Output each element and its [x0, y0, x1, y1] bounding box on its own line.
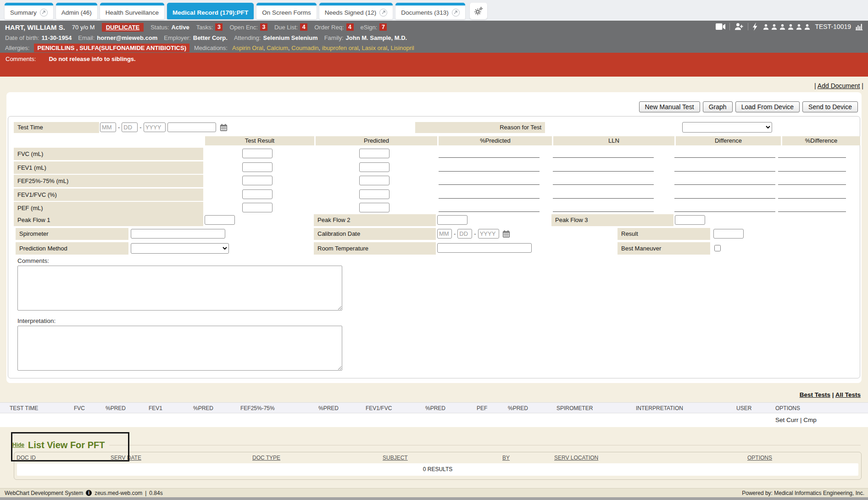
cmp-link[interactable]: Cmp: [803, 417, 817, 423]
fvc-label: FVC (mL): [14, 148, 203, 160]
fvc-pct-predicted-value: [439, 157, 540, 158]
separator: |: [832, 391, 834, 398]
peak-flow-3-input[interactable]: [675, 215, 705, 225]
settings-button[interactable]: [470, 3, 487, 19]
fev1-fvc-predicted-input[interactable]: [359, 189, 389, 199]
interpretation-textarea[interactable]: [17, 326, 342, 371]
allergies-label: Allergies:: [5, 44, 29, 51]
order-req-count-badge[interactable]: 4: [346, 23, 354, 31]
prediction-method-select[interactable]: [131, 243, 229, 254]
tab-summary[interactable]: Summary: [5, 3, 53, 19]
popout-icon[interactable]: [40, 9, 48, 17]
fvc-lln-value: [553, 157, 654, 158]
email-value[interactable]: horner@mieweb.com: [97, 34, 157, 41]
add-person-icon[interactable]: [734, 22, 744, 31]
tab-medical-record[interactable]: Medical Record (179):PFT: [167, 3, 254, 19]
panel-members-icons[interactable]: [762, 23, 811, 30]
list-view-header: Hide List View For PFT: [12, 439, 861, 451]
pef-pct-difference-value: [778, 211, 846, 212]
info-icon[interactable]: i: [86, 490, 92, 496]
fef-predicted-input[interactable]: [359, 176, 389, 185]
result-input[interactable]: [713, 229, 744, 239]
doc-col-subject[interactable]: SUBJECT: [383, 455, 408, 461]
footer-host: zeus.med-web.com: [95, 490, 142, 496]
calendar-icon[interactable]: [502, 230, 510, 238]
send-to-device-button[interactable]: Send to Device: [802, 101, 858, 112]
room-temperature-input[interactable]: [437, 243, 532, 253]
col-lln: LLN: [553, 136, 674, 145]
doc-col-doc-type[interactable]: DOC TYPE: [252, 455, 280, 461]
fvc-result-input[interactable]: [242, 149, 273, 158]
results-col-user: USER: [736, 405, 751, 411]
graph-button[interactable]: Graph: [703, 101, 733, 112]
calibration-month-input[interactable]: [437, 229, 452, 239]
footer: WebChart Development System i zeus.med-w…: [0, 488, 868, 497]
pef-predicted-input[interactable]: [359, 203, 389, 212]
add-document-link[interactable]: Add Document: [818, 82, 860, 89]
calibration-day-input[interactable]: [457, 229, 472, 239]
test-time-input[interactable]: [167, 122, 216, 132]
separator: -: [474, 230, 476, 237]
popout-icon[interactable]: [452, 9, 460, 17]
medication-link[interactable]: Calcium: [267, 44, 288, 51]
person-icon: [779, 23, 786, 30]
medication-link[interactable]: ibuprofen oral: [322, 44, 359, 51]
divider: [729, 23, 730, 30]
fvc-pct-difference-value: [778, 157, 846, 158]
best-maneuver-checkbox[interactable]: [714, 245, 721, 251]
tab-admin[interactable]: Admin (46): [56, 3, 97, 19]
all-tests-link[interactable]: All Tests: [835, 391, 861, 398]
employer-label: Employer:: [164, 34, 191, 41]
lightning-bolt-icon[interactable]: [752, 22, 758, 31]
tab-on-screen-forms[interactable]: On Screen Forms: [256, 3, 317, 19]
status-label: Status:: [150, 24, 169, 31]
pft-column-header-row: Test Result Predicted %Predicted LLN Dif…: [8, 136, 860, 145]
fev1-fvc-result-input[interactable]: [242, 189, 273, 199]
fev1-predicted-input[interactable]: [359, 162, 389, 172]
duplicate-badge[interactable]: DUPLICATE: [102, 23, 144, 32]
video-camera-icon[interactable]: [716, 23, 725, 30]
best-tests-link[interactable]: Best Tests: [800, 391, 830, 398]
doc-col-by[interactable]: BY: [502, 455, 510, 461]
fef-row: FEF25%-75% (mL): [8, 175, 860, 187]
medication-link[interactable]: Aspirin Oral: [232, 44, 263, 51]
tab-health-surveillance[interactable]: Health Surveillance: [100, 3, 164, 19]
load-from-device-button[interactable]: Load From Device: [735, 101, 800, 112]
spirometer-input[interactable]: [131, 229, 225, 239]
reason-for-test-select[interactable]: [682, 122, 772, 133]
medication-link[interactable]: Lasix oral: [362, 44, 388, 51]
calendar-icon[interactable]: [220, 123, 228, 132]
allergies-badge[interactable]: PENICILLINS , SULFA(SULFONAMIDE ANTIBIOT…: [34, 44, 189, 52]
set-curr-link[interactable]: Set Curr: [775, 417, 798, 423]
new-manual-test-button[interactable]: New Manual Test: [639, 101, 700, 112]
test-date-day-input[interactable]: [122, 122, 138, 132]
fvc-predicted-input[interactable]: [359, 149, 389, 158]
peak-flow-2-input[interactable]: [437, 215, 467, 225]
peak-flow-1-label: Peak Flow 1: [14, 214, 203, 226]
pef-result-input[interactable]: [242, 203, 273, 212]
esign-count-badge[interactable]: 7: [379, 23, 387, 31]
flowsheet-chart-icon[interactable]: [855, 23, 863, 30]
due-list-count-badge[interactable]: 4: [300, 23, 307, 31]
tasks-count-badge[interactable]: 3: [215, 23, 223, 31]
tab-documents[interactable]: Documents (313): [395, 3, 465, 19]
peak-flow-1-input[interactable]: [205, 215, 235, 225]
fev1-result-input[interactable]: [242, 162, 273, 172]
medication-link[interactable]: Lisinopril: [390, 44, 414, 51]
doc-col-serv-location[interactable]: SERV LOCATION: [554, 455, 598, 461]
person-icon: [804, 23, 811, 30]
doc-col-options[interactable]: OPTIONS: [747, 455, 772, 461]
fef-difference-value: [674, 184, 775, 185]
comments-textarea[interactable]: [17, 266, 342, 311]
calibration-year-input[interactable]: [478, 229, 499, 239]
test-time-label: Test Time: [14, 122, 99, 133]
test-date-year-input[interactable]: [144, 122, 166, 132]
results-options: Set Curr | Cmp: [775, 417, 817, 423]
tab-needs-signed[interactable]: Needs Signed (12): [319, 3, 393, 19]
test-date-month-input[interactable]: [100, 122, 116, 132]
col-pct-difference: %Difference: [782, 136, 860, 145]
popout-icon[interactable]: [379, 9, 387, 17]
medication-link[interactable]: Coumadin: [291, 44, 318, 51]
open-enc-count-badge[interactable]: 3: [260, 23, 267, 31]
fef-result-input[interactable]: [242, 176, 273, 185]
